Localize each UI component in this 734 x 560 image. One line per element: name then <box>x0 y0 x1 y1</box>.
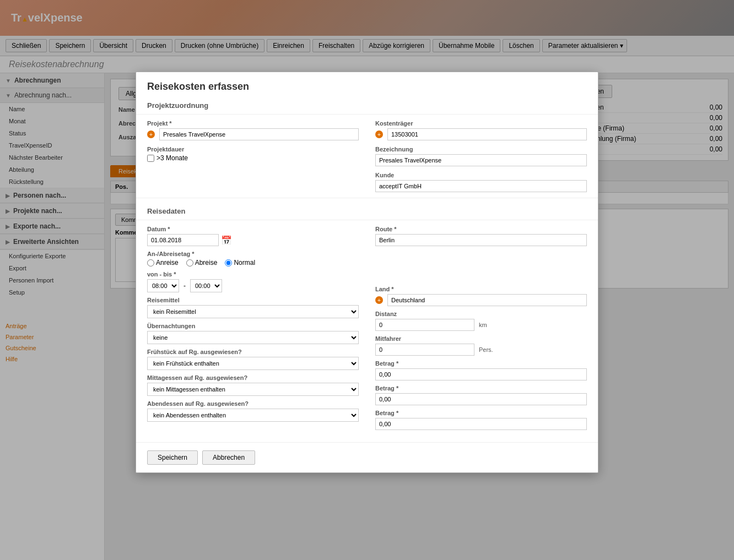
kostentraeger-label: Kostenträger <box>375 120 587 127</box>
projektdauer-label: Projektdauer <box>147 146 359 153</box>
betrag2-label: Betrag * <box>375 385 587 392</box>
modal-save-button[interactable]: Speichern <box>147 450 198 465</box>
uebernachtungen-select[interactable]: keine <box>147 331 359 344</box>
land-field: Land * + <box>375 286 587 306</box>
land-plus-icon[interactable]: + <box>375 296 383 304</box>
betrag2-field: Betrag * <box>375 385 587 405</box>
normal-label: Normal <box>234 259 255 267</box>
mitfahrer-input[interactable] <box>375 344 474 356</box>
betrag3-field: Betrag * <box>375 410 587 430</box>
projekt-field: Projekt * + <box>147 120 359 140</box>
time-separator: - <box>184 282 186 290</box>
abreise-label: Abreise <box>195 259 218 267</box>
an-abreisetag-label: An-/Abreisetag * <box>147 251 359 257</box>
bezeichnung-input[interactable] <box>375 154 587 166</box>
datum-field: Datum * 📅 <box>147 226 359 246</box>
betrag1-label: Betrag * <box>375 360 587 367</box>
fruehstueck-select[interactable]: kein Frühstück enthalten <box>147 357 359 370</box>
von-bis-label: von - bis * <box>147 271 359 278</box>
reisemittel-field: Reisemittel kein Reisemittel <box>147 297 359 318</box>
anreise-radio[interactable] <box>147 259 154 267</box>
projektzuordnung-section-title: Projektzuordnung <box>136 98 598 115</box>
bezeichnung-label: Bezeichnung <box>375 146 587 153</box>
projekt-input[interactable] <box>159 128 359 140</box>
reisedaten-section-title: Reisedaten <box>136 204 598 220</box>
kostentraeger-field: Kostenträger + <box>375 120 587 140</box>
an-abreisetag-field: An-/Abreisetag * Anreise Abreise <box>147 251 359 267</box>
mitfahrer-field: Mitfahrer Pers. <box>375 335 587 356</box>
mittagessen-field: Mittagessen auf Rg. ausgewiesen? kein Mi… <box>147 374 359 396</box>
reisemittel-select[interactable]: kein Reisemittel <box>147 305 359 318</box>
projektdauer-checkbox[interactable] <box>147 155 154 162</box>
land-input[interactable] <box>387 294 587 306</box>
reisemittel-label: Reisemittel <box>147 297 359 303</box>
distanz-field: Distanz km <box>375 311 587 331</box>
kunde-label: Kunde <box>375 172 587 178</box>
route-field: Route * <box>375 226 587 246</box>
projekt-plus-icon[interactable]: + <box>147 131 155 138</box>
modal-cancel-button[interactable]: Abbrechen <box>202 450 255 465</box>
kostentraeger-input[interactable] <box>387 128 587 140</box>
uebernachtungen-label: Übernachtungen <box>147 323 359 329</box>
distanz-unit: km <box>479 322 487 328</box>
modal-dialog: Reisekosten erfassen Projektzuordnung Pr… <box>136 72 598 473</box>
route-label: Route * <box>375 226 587 232</box>
datum-input[interactable] <box>147 234 219 246</box>
fruehstueck-field: Frühstück auf Rg. ausgewiesen? kein Früh… <box>147 349 359 370</box>
fruehstueck-label: Frühstück auf Rg. ausgewiesen? <box>147 349 359 355</box>
bezeichnung-field: Bezeichnung <box>375 146 587 166</box>
betrag1-input[interactable] <box>375 368 587 380</box>
mitfahrer-label: Mitfahrer <box>375 335 587 342</box>
uebernachtungen-field: Übernachtungen keine <box>147 323 359 344</box>
left-col: Datum * 📅 An-/Abreisetag * Anreise <box>147 226 359 434</box>
land-label: Land * <box>375 286 587 292</box>
betrag2-input[interactable] <box>375 393 587 405</box>
projekt-label: Projekt * <box>147 120 359 127</box>
right-col: Route * Land * + Distanz <box>375 226 587 434</box>
betrag3-label: Betrag * <box>375 410 587 416</box>
distanz-input[interactable] <box>375 319 474 331</box>
abreise-radio[interactable] <box>186 259 193 267</box>
calendar-icon[interactable]: 📅 <box>221 235 232 246</box>
kunde-field: Kunde <box>375 172 587 192</box>
abendessen-select[interactable]: kein Abendessen enthalten <box>147 409 359 422</box>
von-bis-field: von - bis * 08:00 - 00:00 <box>147 271 359 292</box>
modal-overlay: Reisekosten erfassen Projektzuordnung Pr… <box>0 0 734 560</box>
modal-title: Reisekosten erfassen <box>136 72 598 98</box>
normal-radio[interactable] <box>225 259 232 267</box>
projektdauer-field: Projektdauer >3 Monate <box>147 146 359 166</box>
modal-footer: Speichern Abbrechen <box>136 442 598 472</box>
datum-label: Datum * <box>147 226 359 232</box>
projektdauer-checkbox-label: >3 Monate <box>156 154 188 162</box>
mittagessen-label: Mittagessen auf Rg. ausgewiesen? <box>147 374 359 381</box>
betrag1-field: Betrag * <box>375 360 587 380</box>
distanz-label: Distanz <box>375 311 587 317</box>
abendessen-label: Abendessen auf Rg. ausgewiesen? <box>147 400 359 407</box>
route-input[interactable] <box>375 234 587 246</box>
betrag3-input[interactable] <box>375 418 587 430</box>
mittagessen-select[interactable]: kein Mittagessen enthalten <box>147 383 359 396</box>
modal-body-reisedaten: Datum * 📅 An-/Abreisetag * Anreise <box>136 226 598 434</box>
kunde-input[interactable] <box>375 180 587 192</box>
modal-body-projekt: Projekt * + Kostenträger + Projektdauer <box>136 120 598 192</box>
abendessen-field: Abendessen auf Rg. ausgewiesen? kein Abe… <box>147 400 359 422</box>
empty-field <box>147 172 359 192</box>
von-select[interactable]: 08:00 <box>147 279 179 292</box>
mitfahrer-unit: Pers. <box>479 346 493 353</box>
anreise-label: Anreise <box>156 259 179 267</box>
bis-select[interactable]: 00:00 <box>190 279 222 292</box>
kostentraeger-plus-icon[interactable]: + <box>375 131 383 138</box>
